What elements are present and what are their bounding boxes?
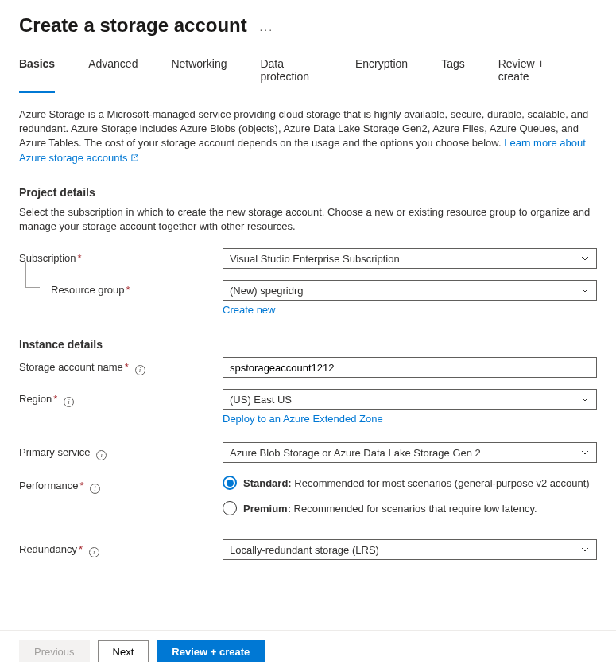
intro-text: Azure Storage is a Microsoft-managed ser… xyxy=(19,108,588,149)
tab-basics[interactable]: Basics xyxy=(19,57,55,93)
info-icon[interactable]: i xyxy=(96,450,107,460)
more-menu-icon[interactable]: ··· xyxy=(259,23,273,36)
performance-premium-radio[interactable]: Premium: Recommended for scenarios that … xyxy=(223,501,597,515)
next-button[interactable]: Next xyxy=(98,640,149,662)
create-new-rg-link[interactable]: Create new xyxy=(223,304,275,316)
instance-details-heading: Instance details xyxy=(19,338,597,351)
radio-unselected-icon xyxy=(223,501,237,515)
tab-advanced[interactable]: Advanced xyxy=(88,57,138,93)
radio-selected-icon xyxy=(223,476,237,490)
performance-standard-radio[interactable]: Standard: Recommended for most scenarios… xyxy=(223,476,597,490)
info-icon[interactable]: i xyxy=(64,397,74,407)
chevron-down-icon xyxy=(580,545,590,554)
review-create-button[interactable]: Review + create xyxy=(157,640,265,662)
tab-bar: Basics Advanced Networking Data protecti… xyxy=(0,43,616,93)
tree-connector-icon xyxy=(25,262,40,288)
primary-service-label: Primary service i xyxy=(19,442,223,460)
subscription-label: Subscription* xyxy=(19,248,223,264)
external-link-icon xyxy=(130,153,139,162)
info-icon[interactable]: i xyxy=(89,547,99,557)
resource-group-select[interactable]: (New) spegridrg xyxy=(223,280,597,301)
resource-group-label: Resource group* xyxy=(19,280,223,296)
resource-group-value: (New) spegridrg xyxy=(230,285,303,297)
redundancy-select[interactable]: Locally-redundant storage (LRS) xyxy=(223,539,597,560)
intro-paragraph: Azure Storage is a Microsoft-managed ser… xyxy=(19,107,597,165)
extended-zone-link[interactable]: Deploy to an Azure Extended Zone xyxy=(223,413,383,425)
storage-name-input[interactable] xyxy=(223,357,597,378)
redundancy-label: Redundancy* i xyxy=(19,539,223,557)
performance-label: Performance* i xyxy=(19,476,223,494)
primary-service-value: Azure Blob Storage or Azure Data Lake St… xyxy=(230,447,481,459)
chevron-down-icon xyxy=(580,254,590,263)
tab-review-create[interactable]: Review + create xyxy=(498,57,564,93)
region-value: (US) East US xyxy=(230,394,292,406)
region-label: Region* i xyxy=(19,389,223,407)
redundancy-value: Locally-redundant storage (LRS) xyxy=(230,544,379,556)
chevron-down-icon xyxy=(580,448,590,457)
chevron-down-icon xyxy=(580,394,590,404)
previous-button: Previous xyxy=(19,640,90,662)
performance-standard-text: Standard: Recommended for most scenarios… xyxy=(243,477,590,489)
primary-service-select[interactable]: Azure Blob Storage or Azure Data Lake St… xyxy=(223,442,597,463)
performance-premium-text: Premium: Recommended for scenarios that … xyxy=(243,503,537,515)
page-title: Create a storage account xyxy=(19,14,247,37)
tab-data-protection[interactable]: Data protection xyxy=(260,57,322,93)
tab-networking[interactable]: Networking xyxy=(171,57,227,93)
subscription-value: Visual Studio Enterprise Subscription xyxy=(230,253,400,265)
info-icon[interactable]: i xyxy=(90,484,100,494)
chevron-down-icon xyxy=(580,286,590,295)
info-icon[interactable]: i xyxy=(135,365,145,375)
storage-name-label: Storage account name* i xyxy=(19,357,223,375)
project-details-heading: Project details xyxy=(19,186,597,199)
wizard-footer: Previous Next Review + create xyxy=(0,630,616,672)
project-details-desc: Select the subscription in which to crea… xyxy=(19,205,597,234)
subscription-select[interactable]: Visual Studio Enterprise Subscription xyxy=(223,248,597,269)
tab-encryption[interactable]: Encryption xyxy=(355,57,408,93)
region-select[interactable]: (US) East US xyxy=(223,389,597,410)
tab-tags[interactable]: Tags xyxy=(441,57,465,93)
